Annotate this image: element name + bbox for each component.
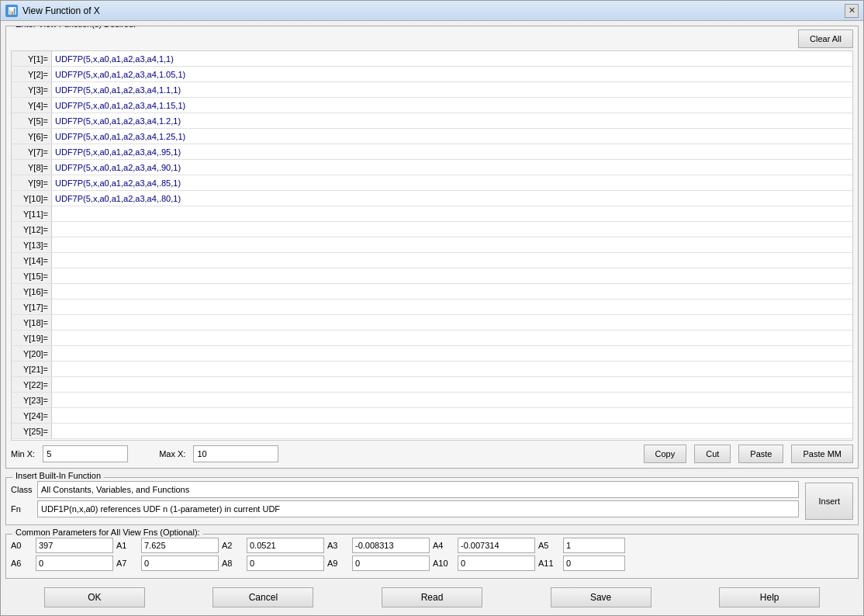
fn-row-label-17: Y[17]= [12, 299, 52, 314]
fn-row-input-21[interactable] [52, 362, 852, 376]
param-input-A2[interactable] [247, 538, 324, 553]
fn-row-label-1: Y[1]= [12, 51, 52, 66]
fn-row-3: Y[3]= [12, 82, 852, 98]
param-input-A11[interactable] [563, 555, 625, 571]
functions-header: Clear All [11, 29, 853, 48]
fn-row-2: Y[2]= [12, 67, 852, 82]
fn-row-5: Y[5]= [12, 113, 852, 129]
min-x-label: Min X: [11, 449, 35, 459]
fn-row-label-18: Y[18]= [12, 315, 52, 330]
fn-row-label-6: Y[6]= [12, 129, 52, 144]
params-rows: A0A1A2A3A4A5A6A7A8A9A10A11 [11, 538, 853, 571]
fn-row-input-15[interactable] [52, 268, 852, 283]
clear-all-button[interactable]: Clear All [798, 29, 853, 48]
param-label-A9: A9 [327, 559, 349, 568]
param-input-A1[interactable] [141, 538, 219, 553]
fn-row-input-22[interactable] [52, 377, 852, 392]
bottom-bar: OK Cancel Read Save Help [5, 583, 859, 611]
fn-row-8: Y[8]= [12, 160, 852, 175]
fn-row-label-15: Y[15]= [12, 268, 52, 283]
fn-row-7: Y[7]= [12, 144, 852, 160]
paste-mm-button[interactable]: Paste MM [791, 445, 853, 463]
functions-section: Enter View Function(s) Desired: Clear Al… [5, 26, 859, 469]
fn-row-input-10[interactable] [52, 191, 852, 206]
fn-row-input-5[interactable] [52, 113, 852, 128]
fn-row-6: Y[6]= [12, 129, 852, 144]
min-x-input[interactable] [43, 445, 128, 462]
read-button[interactable]: Read [382, 587, 482, 607]
fn-row-label-14: Y[14]= [12, 253, 52, 268]
fn-row-input-13[interactable] [52, 237, 852, 252]
param-label-A5: A5 [538, 541, 560, 550]
title-bar-left: 📊 View Function of X [5, 5, 100, 17]
fn-row-input-25[interactable] [52, 424, 852, 438]
fn-row-input-16[interactable] [52, 284, 852, 299]
paste-button[interactable]: Paste [738, 445, 783, 463]
save-button[interactable]: Save [551, 587, 651, 607]
fn-row-label-25: Y[25]= [12, 424, 52, 438]
fn-row-label-10: Y[10]= [12, 191, 52, 206]
param-label-A1: A1 [116, 541, 138, 550]
fn-row-input-11[interactable] [52, 206, 852, 221]
fn-row-24: Y[24]= [12, 408, 852, 424]
param-input-A5[interactable] [563, 538, 625, 553]
fn-row-input-24[interactable] [52, 408, 852, 423]
max-x-input[interactable] [193, 445, 278, 462]
window-content: Enter View Function(s) Desired: Clear Al… [1, 21, 863, 615]
built-in-section: Insert Built-In Function Class All Const… [5, 472, 859, 525]
class-dropdown[interactable]: All Constants, Variables, and Functions [37, 481, 799, 498]
fn-row-1: Y[1]= [12, 51, 852, 67]
class-row: Class All Constants, Variables, and Func… [11, 481, 799, 498]
param-label-A11: A11 [538, 559, 560, 568]
param-input-A6[interactable] [36, 555, 113, 571]
cancel-button[interactable]: Cancel [213, 587, 313, 607]
param-label-A0: A0 [11, 541, 33, 550]
fn-rows: Y[1]=Y[2]=Y[3]=Y[4]=Y[5]=Y[6]=Y[7]=Y[8]=… [11, 50, 853, 441]
fn-row-input-23[interactable] [52, 393, 852, 407]
param-input-A3[interactable] [352, 538, 430, 553]
fn-row-input-4[interactable] [52, 98, 852, 112]
functions-section-label: Enter View Function(s) Desired: [12, 26, 139, 29]
cut-button[interactable]: Cut [694, 445, 731, 463]
fn-row-input-3[interactable] [52, 82, 852, 97]
fn-row-13: Y[13]= [12, 237, 852, 253]
param-input-A10[interactable] [458, 555, 535, 571]
fn-dropdown[interactable]: UDF1P(n,x,a0) references UDF n (1-parame… [37, 500, 799, 517]
fn-row-12: Y[12]= [12, 222, 852, 237]
fn-row-input-12[interactable] [52, 222, 852, 237]
class-dropdown-wrapper: All Constants, Variables, and Functions [37, 481, 799, 498]
fn-row-label-9: Y[9]= [12, 175, 52, 190]
fn-row-input-8[interactable] [52, 160, 852, 175]
fn-row-input-20[interactable] [52, 346, 852, 361]
window-title: View Function of X [22, 5, 100, 16]
fn-row-input-18[interactable] [52, 315, 852, 330]
fn-row-11: Y[11]= [12, 206, 852, 222]
copy-button[interactable]: Copy [644, 445, 687, 463]
param-input-A0[interactable] [36, 538, 113, 553]
fn-row-input-1[interactable] [52, 51, 852, 66]
built-in-label: Insert Built-In Function [12, 471, 104, 480]
param-input-A8[interactable] [247, 555, 324, 571]
fn-row-input-7[interactable] [52, 144, 852, 159]
ok-button[interactable]: OK [44, 587, 145, 607]
param-input-A9[interactable] [352, 555, 430, 571]
param-input-A7[interactable] [141, 555, 219, 571]
param-input-A4[interactable] [458, 538, 535, 553]
fn-row-input-14[interactable] [52, 253, 852, 268]
title-bar: 📊 View Function of X ✕ [1, 1, 863, 21]
fn-row-input-6[interactable] [52, 129, 852, 144]
fn-row-label-23: Y[23]= [12, 393, 52, 407]
fn-row-input-2[interactable] [52, 67, 852, 81]
fn-row-input-19[interactable] [52, 330, 852, 345]
fn-row-input-9[interactable] [52, 175, 852, 190]
fn-row-builtin: Fn UDF1P(n,x,a0) references UDF n (1-par… [11, 500, 799, 517]
help-button[interactable]: Help [719, 587, 820, 607]
param-label-A4: A4 [433, 541, 454, 550]
param-label-A2: A2 [222, 541, 244, 550]
close-button[interactable]: ✕ [845, 4, 859, 18]
fn-row-label-3: Y[3]= [12, 82, 52, 97]
fn-row-input-17[interactable] [52, 299, 852, 314]
insert-button[interactable]: Insert [805, 483, 853, 520]
fn-row-label-24: Y[24]= [12, 408, 52, 423]
class-label: Class [11, 485, 33, 494]
